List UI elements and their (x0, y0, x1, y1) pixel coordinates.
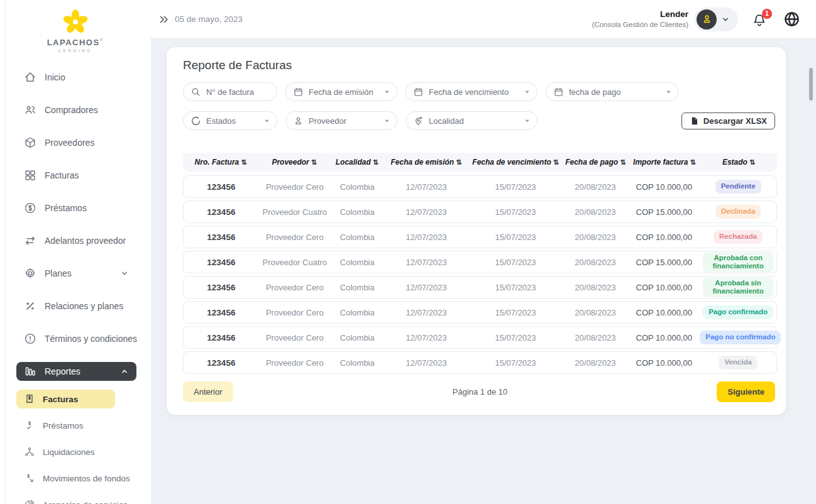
filter-fecha-de-pago[interactable]: fecha de pago (546, 82, 679, 101)
notifications-button[interactable]: 1 (752, 11, 768, 28)
sidebar-item-proveedores[interactable]: Proveedores (16, 133, 136, 152)
filter-proveedor[interactable]: Proveedor (285, 111, 397, 130)
sidebar-subitem-movimientos-de-fondos[interactable]: Movimientos de fondos (16, 469, 115, 488)
table-row[interactable]: 123456Proveedor CuatroColombia12/07/2023… (183, 251, 777, 273)
sidebar-item-inicio[interactable]: Inicio (16, 68, 136, 87)
sort-icon[interactable]: ⇅ (690, 158, 695, 166)
table-row[interactable]: 123456Proveedor CeroColombia12/07/202315… (183, 175, 777, 198)
sidebar-item-reportes[interactable]: Reportes (16, 362, 136, 381)
filter-fecha-de-emision[interactable]: Fecha de emisión (285, 82, 397, 101)
table-row[interactable]: 123456Proveedor CuatroColombia12/07/2023… (183, 200, 777, 223)
column-header-fecha-de-pago[interactable]: Fecha de pago⇅ (563, 158, 629, 167)
file-icon (690, 116, 699, 126)
sidebar-item-planes[interactable]: Planes (16, 264, 136, 283)
sort-icon[interactable]: ⇅ (553, 158, 559, 166)
cell-fecha-pago: 20/08/2023 (563, 308, 629, 317)
filter-fecha-de-vencimiento[interactable]: Fecha de vencimiento (405, 82, 538, 101)
sort-icon[interactable]: ⇅ (311, 158, 317, 166)
column-header-localidad[interactable]: Localidad⇅ (330, 158, 383, 167)
cell-fecha-pago: 20/08/2023 (563, 283, 629, 292)
cell-fecha-vencimiento: 15/07/2023 (469, 333, 563, 342)
sort-icon[interactable]: ⇅ (620, 158, 626, 166)
sidebar-subitem-liquidaciones[interactable]: Liquidaciones (16, 442, 115, 461)
cell-fecha-pago: 20/08/2023 (563, 358, 629, 368)
column-header-importe-factura[interactable]: Importe factura⇅ (629, 158, 700, 167)
bar-chart-icon (24, 365, 36, 378)
sidebar-item-facturas[interactable]: Facturas (16, 166, 136, 185)
table-row[interactable]: 123456Proveedor CeroColombia12/07/202315… (183, 351, 777, 374)
column-header-proveedor[interactable]: Proveedor⇅ (258, 158, 330, 167)
cell-fecha-vencimiento: 15/07/2023 (469, 308, 563, 317)
caret-down-icon (524, 118, 531, 124)
table-row[interactable]: 123456Proveedor CeroColombia12/07/202315… (183, 226, 777, 248)
sort-icon[interactable]: ⇅ (373, 158, 378, 166)
column-header-fecha-de-vencimiento[interactable]: Fecha de vencimiento⇅ (469, 158, 563, 167)
sort-icon[interactable]: ⇅ (749, 158, 755, 166)
cell-estado: Declinada (700, 205, 776, 218)
next-page-button[interactable]: Siguiente (717, 381, 775, 402)
flower-logo-icon (61, 8, 90, 36)
previous-page-button[interactable]: Anterior (183, 381, 233, 402)
cell-estado: Aprobada sin financiamiento (700, 277, 776, 297)
cell-importe: COP 10.000,00 (628, 358, 700, 368)
status-badge: Aprobada con financiamiento (703, 252, 773, 272)
cell-fecha-emision: 12/07/2023 (384, 258, 469, 267)
cell-proveedor: Proveedor Cero (259, 283, 331, 292)
cell-importe: COP 10.000,00 (628, 333, 700, 342)
sidebar-collapse-icon[interactable] (158, 14, 170, 25)
cell-fecha-vencimiento: 15/07/2023 (469, 207, 563, 217)
sidebar-item-compradores[interactable]: Compradores (16, 101, 136, 119)
cell-localidad: Colombia (331, 182, 384, 192)
cell-localidad: Colombia (331, 358, 384, 368)
sort-icon[interactable]: ⇅ (456, 158, 461, 166)
status-badge: Pago confirmado (703, 305, 773, 319)
status-badge: Aprobada sin financiamiento (703, 277, 773, 297)
cell-importe: COP 10.000,00 (628, 308, 700, 317)
filter-estados[interactable]: Estados (183, 111, 277, 130)
download-xlsx-button[interactable]: Descargar XLSX (681, 112, 775, 129)
table-row[interactable]: 123456Proveedor CeroColombia12/07/202315… (183, 326, 777, 349)
cell-nro: 123456 (184, 358, 259, 368)
column-header-nro-factura[interactable]: Nro. Factura⇅ (183, 158, 258, 167)
cell-fecha-pago: 20/08/2023 (563, 258, 629, 267)
status-circle-icon (190, 116, 201, 126)
cell-importe: COP 10.000,00 (628, 283, 700, 292)
column-header-estado[interactable]: Estado⇅ (700, 158, 777, 167)
sidebar-subitem-prestamos[interactable]: Préstamos (16, 416, 115, 435)
cell-proveedor: Proveedor Cero (259, 358, 331, 368)
sidebar-item-prestamos[interactable]: Préstamos (16, 199, 136, 217)
sidebar-subitem-facturas[interactable]: Facturas (16, 390, 115, 408)
sidebar-item-adelantos-proveedor[interactable]: Adelantos proveedor (16, 231, 136, 250)
status-badge: Pago no confirmado (700, 331, 781, 344)
dollar-check-icon (24, 420, 35, 431)
table-row[interactable]: 123456Proveedor CeroColombia12/07/202315… (183, 276, 777, 299)
search-icon (190, 87, 201, 97)
filter-localidad[interactable]: Localidad (405, 111, 538, 130)
filter-n-de-factura[interactable] (183, 82, 277, 101)
lapachos-logo: LAPACHOS® LENDING (0, 0, 151, 53)
cell-fecha-vencimiento: 15/07/2023 (469, 258, 563, 267)
scrollbar-thumb[interactable] (809, 68, 813, 101)
cell-nro: 123456 (184, 283, 259, 292)
topbar-account-area: Lender (Consola Gestión de Clientes) 1 (592, 8, 800, 31)
cell-nro: 123456 (184, 308, 259, 317)
account-menu-button[interactable] (694, 8, 738, 31)
sidebar-item-relaciones-y-planes[interactable]: Relaciones y planes (16, 297, 136, 315)
page-title: Reporte de Facturas (183, 58, 777, 72)
sort-icon[interactable]: ⇅ (241, 158, 246, 166)
caret-down-icon (383, 118, 390, 124)
table-row[interactable]: 123456Proveedor CeroColombia12/07/202315… (183, 301, 777, 324)
cell-proveedor: Proveedor Cero (259, 182, 331, 192)
sidebar-item-terminos-y-condiciones[interactable]: Términos y condiciones (16, 329, 136, 348)
column-header-fecha-de-emision[interactable]: Fecha de emisión⇅ (383, 158, 468, 167)
cell-fecha-emision: 12/07/2023 (384, 308, 469, 317)
dollar-circle-icon (24, 202, 36, 214)
cell-estado: Aprobada con financiamiento (700, 252, 776, 272)
language-globe-button[interactable] (783, 11, 800, 28)
cell-proveedor: Proveedor Cero (259, 308, 331, 317)
invoice-number-input[interactable] (206, 87, 270, 97)
swap-arrows-icon (24, 234, 36, 247)
sidebar-subitem-aranceles-de-servicios[interactable]: Aranceles de servicios (16, 495, 115, 504)
calendar-icon (553, 87, 564, 97)
cell-fecha-emision: 12/07/2023 (384, 182, 469, 192)
